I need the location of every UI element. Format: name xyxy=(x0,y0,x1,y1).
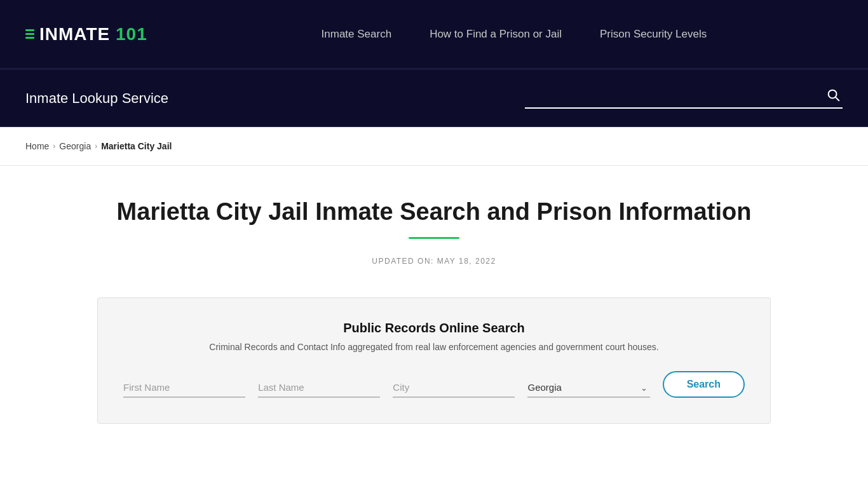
public-records-search-box: Public Records Online Search Criminal Re… xyxy=(97,297,771,424)
page-title: Marietta City Jail Inmate Search and Pri… xyxy=(97,198,771,227)
first-name-field xyxy=(123,378,245,398)
search-submit-icon[interactable] xyxy=(824,88,843,105)
search-box-title: Public Records Online Search xyxy=(123,321,745,336)
nav-link-security-levels[interactable]: Prison Security Levels xyxy=(600,28,707,40)
nav-item-inmate-search[interactable]: Inmate Search xyxy=(322,28,392,41)
main-content: Marietta City Jail Inmate Search and Pri… xyxy=(85,166,783,449)
city-field xyxy=(393,378,515,398)
search-button[interactable]: Search xyxy=(663,371,745,398)
breadcrumb-sep-1: › xyxy=(53,142,55,151)
breadcrumb: Home › Georgia › Marietta City Jail xyxy=(25,141,843,151)
nav-item-security-levels[interactable]: Prison Security Levels xyxy=(600,28,707,41)
breadcrumb-current: Marietta City Jail xyxy=(101,141,172,151)
search-input[interactable] xyxy=(525,88,824,105)
nav-link-inmate-search[interactable]: Inmate Search xyxy=(322,28,392,40)
last-name-input[interactable] xyxy=(258,378,380,398)
search-bar-label: Inmate Lookup Service xyxy=(25,90,168,107)
logo-bars-icon xyxy=(25,29,34,39)
nav-link-how-to-find[interactable]: How to Find a Prison or Jail xyxy=(430,28,562,40)
state-select[interactable]: AlabamaAlaskaArizonaArkansasCaliforniaCo… xyxy=(527,378,649,398)
breadcrumb-wrap: Home › Georgia › Marietta City Jail xyxy=(0,127,868,166)
first-name-input[interactable] xyxy=(123,378,245,398)
search-input-wrap xyxy=(525,88,843,109)
title-underline xyxy=(409,237,459,239)
updated-on: UPDATED ON: MAY 18, 2022 xyxy=(97,257,771,266)
search-bar-section: Inmate Lookup Service xyxy=(0,70,868,127)
search-box-desc: Criminal Records and Contact Info aggreg… xyxy=(123,342,745,352)
breadcrumb-state[interactable]: Georgia xyxy=(59,141,91,151)
search-form: AlabamaAlaskaArizonaArkansasCaliforniaCo… xyxy=(123,371,745,398)
logo[interactable]: INMATE 101 xyxy=(25,24,147,44)
city-input[interactable] xyxy=(393,378,515,398)
svg-line-1 xyxy=(836,97,839,100)
nav-links: Inmate Search How to Find a Prison or Ja… xyxy=(186,28,843,41)
last-name-field xyxy=(258,378,380,398)
breadcrumb-sep-2: › xyxy=(95,142,97,151)
nav-item-how-to-find[interactable]: How to Find a Prison or Jail xyxy=(430,28,562,41)
top-nav: INMATE 101 Inmate Search How to Find a P… xyxy=(0,0,868,70)
state-select-wrap: AlabamaAlaskaArizonaArkansasCaliforniaCo… xyxy=(527,378,649,398)
breadcrumb-home[interactable]: Home xyxy=(25,141,49,151)
logo-text: INMATE 101 xyxy=(39,24,147,44)
